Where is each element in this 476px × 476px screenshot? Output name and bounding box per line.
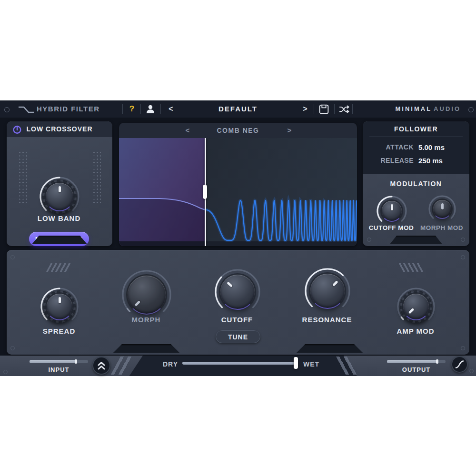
save-preset-icon[interactable] [318, 103, 330, 115]
screw [461, 346, 465, 350]
cutoff-mod-knob[interactable] [375, 194, 408, 228]
follower-box: FOLLOWER ATTACK 5.00 ms RELEASE 250 ms [363, 121, 469, 174]
morph-label: MORPH [113, 316, 179, 324]
preset-next-button[interactable]: > [301, 100, 309, 118]
page: HYBRID FILTER ? < DEFAULT > MINIMALAUDIO [0, 0, 476, 476]
cutoff-label: CUTOFF [204, 316, 270, 324]
separator [314, 104, 314, 114]
modulation-title: MODULATION [363, 180, 469, 188]
morph-mod-knob[interactable] [427, 194, 457, 224]
cutoff-knob[interactable] [213, 268, 262, 316]
separator [140, 104, 141, 114]
double-chevron-up-icon [93, 357, 109, 374]
screw [461, 255, 465, 259]
brand-secondary: AUDIO [434, 105, 461, 112]
attack-value[interactable]: 5.00 ms [418, 143, 459, 151]
texture-dots [18, 151, 27, 204]
spread-knob[interactable] [39, 286, 80, 327]
crossover-divider-handle[interactable] [203, 185, 207, 199]
slider-fill [30, 360, 76, 363]
collapse-panel-button[interactable] [92, 357, 110, 375]
window-dot-right [468, 107, 474, 112]
screw [10, 346, 15, 350]
low-curve-fill [119, 198, 205, 246]
follower-modulation-panel: FOLLOWER ATTACK 5.00 ms RELEASE 250 ms M… [363, 121, 469, 246]
brand-name: MINIMALAUDIO [396, 100, 461, 118]
decor-hatch-left [46, 263, 72, 272]
follower-divider [369, 137, 463, 137]
screw [469, 369, 474, 373]
attack-label: ATTACK [373, 143, 414, 151]
slider-thumb[interactable] [436, 359, 438, 364]
tune-button[interactable]: TUNE [216, 330, 260, 343]
morph-knob[interactable] [120, 268, 173, 321]
release-row[interactable]: RELEASE 250 ms [363, 157, 469, 165]
knob-pointer [375, 194, 408, 228]
knob-pointer [39, 286, 80, 327]
screw [367, 238, 371, 242]
randomize-shuffle-icon[interactable] [338, 103, 350, 115]
spread-label: SPREAD [26, 327, 92, 335]
panel-notch [390, 236, 442, 244]
release-value[interactable]: 250 ms [418, 157, 459, 165]
plugin-title: HYBRID FILTER [37, 100, 100, 118]
attack-row[interactable]: ATTACK 5.00 ms [363, 143, 469, 151]
saturation-curve-icon [452, 357, 467, 372]
top-bar: HYBRID FILTER ? < DEFAULT > MINIMALAUDIO [0, 100, 476, 118]
low-band-label: LOW BAND [16, 214, 102, 222]
bottom-bar: INPUT DRY WET OUTPUT [0, 356, 476, 376]
panel-notch [32, 236, 87, 244]
dry-label: DRY [157, 360, 178, 368]
main-controls-panel: SPREAD MORPH CUTOFF RESONANCE AMP MOD TU… [7, 250, 469, 355]
preset-prev-button[interactable]: < [167, 100, 175, 118]
filter-display-panel: < COMB NEG > [119, 123, 357, 246]
release-label: RELEASE [373, 157, 414, 165]
low-band-knob[interactable] [38, 175, 81, 218]
follower-title: FOLLOWER [363, 125, 469, 133]
low-crossover-panel: LOW CROSSOVER LOW BAND MONO LOWS [7, 121, 112, 246]
dry-wet-slider[interactable] [182, 362, 296, 365]
slider-fill [387, 360, 437, 363]
preset-name[interactable]: DEFAULT [190, 100, 286, 118]
texture-dots [92, 151, 101, 204]
morph-mod-label: MORPH MOD [411, 224, 473, 231]
input-label: INPUT [30, 366, 88, 373]
filter-type-name[interactable]: COMB NEG [119, 123, 357, 138]
filter-type-next-button[interactable]: > [285, 123, 294, 138]
amp-mod-knob[interactable] [396, 286, 436, 327]
separator [334, 104, 335, 114]
window-dot-left [4, 107, 10, 112]
user-account-icon[interactable] [145, 103, 156, 115]
input-gain-slider[interactable] [30, 360, 88, 363]
low-crossover-title: LOW CROSSOVER [26, 125, 92, 133]
decor-hatch-right [398, 263, 424, 272]
brand-logo-icon [17, 105, 35, 114]
dry-wet-thumb[interactable] [294, 357, 298, 369]
panel-notch [113, 344, 179, 353]
separator [122, 104, 123, 114]
brand-primary: MINIMAL [396, 105, 432, 112]
slider-thumb[interactable] [75, 359, 77, 364]
knob-pointer [38, 175, 81, 218]
output-label: OUTPUT [387, 366, 446, 373]
panel-notch [297, 344, 363, 353]
wave-svg [119, 138, 357, 246]
separator [352, 104, 353, 114]
knob-pointer [427, 194, 457, 224]
help-button[interactable]: ? [127, 100, 137, 118]
filter-display-screen [119, 138, 357, 246]
power-icon[interactable] [12, 125, 22, 134]
resonance-knob[interactable] [303, 267, 352, 315]
separator [160, 104, 161, 114]
output-gain-slider[interactable] [387, 360, 446, 363]
plugin-window: HYBRID FILTER ? < DEFAULT > MINIMALAUDIO [0, 100, 476, 376]
soft-clip-button[interactable] [451, 356, 468, 373]
resonance-label: RESONANCE [294, 316, 360, 324]
screw [461, 238, 465, 242]
screw [10, 255, 15, 259]
low-crossover-header: LOW CROSSOVER [7, 121, 112, 137]
wet-label: WET [303, 360, 327, 368]
screw [3, 370, 8, 374]
amp-mod-label: AMP MOD [382, 327, 449, 335]
